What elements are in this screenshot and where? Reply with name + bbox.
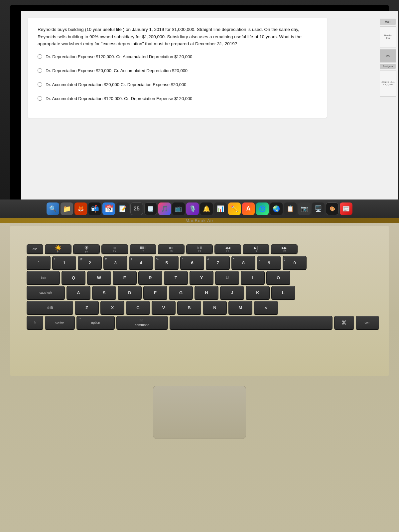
- key-command-left[interactable]: ⌘ command: [116, 316, 168, 329]
- key-o[interactable]: O: [266, 271, 290, 284]
- dock-icon-8[interactable]: 🗒️: [144, 202, 157, 215]
- key-y[interactable]: Y: [190, 271, 213, 284]
- qwerty-key-row: tab Q W E R T Y U I O: [27, 271, 379, 284]
- key-f8[interactable]: ▶‖ F8: [243, 244, 269, 254]
- option-row-4[interactable]: Dr. Accumulated Depreciation $120,000. C…: [38, 95, 317, 102]
- key-j[interactable]: J: [220, 286, 244, 299]
- key-f9[interactable]: ▶▶ F9: [271, 244, 298, 254]
- key-3[interactable]: # 3: [103, 256, 127, 269]
- dock-icon-4[interactable]: 📬: [88, 202, 101, 215]
- key-g[interactable]: G: [169, 286, 193, 299]
- dock-icon-bell[interactable]: 🔔: [200, 202, 213, 215]
- key-7[interactable]: & 7: [206, 256, 230, 269]
- key-5[interactable]: % 5: [155, 256, 179, 269]
- dock-icon-color[interactable]: 🎨: [326, 202, 338, 215]
- dock-icon-news[interactable]: 📰: [340, 202, 352, 215]
- key-e[interactable]: E: [113, 271, 137, 284]
- key-f2[interactable]: ☀ F2: [73, 244, 100, 254]
- key-l[interactable]: L: [271, 286, 295, 299]
- key-n[interactable]: N: [203, 301, 227, 314]
- key-c[interactable]: C: [126, 301, 150, 314]
- key-fn[interactable]: fn: [27, 316, 43, 329]
- option-text-1: Dr. Depreciation Expense $120,000. Cr. A…: [46, 54, 193, 60]
- key-esc[interactable]: esc: [27, 244, 43, 254]
- key-com[interactable]: com: [356, 316, 379, 329]
- dock-icon-monitor[interactable]: 🖥️: [312, 202, 325, 215]
- key-v[interactable]: V: [152, 301, 176, 314]
- key-d[interactable]: D: [118, 286, 142, 299]
- dock-icon-podcast[interactable]: 🎙️: [186, 202, 199, 215]
- key-b[interactable]: B: [177, 301, 201, 314]
- key-tilde[interactable]: ~ `: [27, 256, 51, 269]
- key-m[interactable]: M: [228, 301, 252, 314]
- dock-icon-swirl[interactable]: 🌀: [256, 202, 269, 215]
- dock-icon-cam[interactable]: 📷: [298, 202, 311, 215]
- touchpad[interactable]: [153, 386, 246, 439]
- key-f6[interactable]: ⠷⠿ F6: [186, 244, 213, 254]
- dock-icon-finder[interactable]: 🔍: [47, 202, 59, 215]
- dock-icon-pen[interactable]: ✏️: [228, 202, 241, 215]
- key-control[interactable]: control: [45, 316, 75, 329]
- key-t[interactable]: T: [164, 271, 188, 284]
- dock-icon-tv[interactable]: 📺: [172, 202, 185, 215]
- keyboard-inner: esc ☀️ F1 ☀ F2 ⊞ F3 ⠿⠿⠿ F4 ⠶⠶: [10, 226, 389, 376]
- key-a[interactable]: A: [66, 286, 90, 299]
- dock-icon-3[interactable]: 🦊: [74, 202, 87, 215]
- dock-icon-globe[interactable]: 🌏: [270, 202, 283, 215]
- key-k[interactable]: K: [246, 286, 270, 299]
- key-h[interactable]: H: [195, 286, 218, 299]
- panel-thumbnail-1: Hands-tKa: [380, 26, 396, 48]
- macbook-air-label: MacBook Air: [186, 218, 213, 223]
- key-f4[interactable]: ⠿⠿⠿ F4: [130, 244, 156, 254]
- key-z[interactable]: Z: [75, 301, 99, 314]
- key-4[interactable]: $ 4: [129, 256, 153, 269]
- option-row-1[interactable]: Dr. Depreciation Expense $120,000. Cr. A…: [38, 54, 317, 60]
- key-lessthan[interactable]: <: [254, 301, 278, 314]
- key-s[interactable]: S: [92, 286, 116, 299]
- key-x[interactable]: X: [100, 301, 124, 314]
- option-row-2[interactable]: Dr. Depreciation Expense $20,000. Cr. Ac…: [38, 67, 317, 74]
- dock-icon-5[interactable]: 📅: [102, 202, 115, 215]
- key-2[interactable]: @ 2: [78, 256, 102, 269]
- key-f3[interactable]: ⊞ F3: [101, 244, 128, 254]
- key-r[interactable]: R: [138, 271, 162, 284]
- key-1[interactable]: ! 1: [52, 256, 76, 269]
- screen-bezel: Reynolds buys building (10 year useful l…: [10, 5, 389, 201]
- key-f1[interactable]: ☀️ F1: [45, 244, 71, 254]
- dock-icon-clip[interactable]: 📋: [284, 202, 297, 215]
- dock-icon-6[interactable]: 📝: [116, 202, 129, 215]
- key-f7[interactable]: ◀◀ F7: [214, 244, 241, 254]
- panel-label-1: Han: [380, 19, 396, 25]
- key-u[interactable]: U: [215, 271, 239, 284]
- key-command-right[interactable]: ⌘: [334, 316, 354, 329]
- key-i[interactable]: I: [241, 271, 265, 284]
- radio-3[interactable]: [38, 82, 42, 87]
- dock-icon-2[interactable]: 📁: [61, 202, 73, 215]
- key-9[interactable]: ( 9: [257, 256, 281, 269]
- key-8[interactable]: * 8: [231, 256, 255, 269]
- asdf-key-row: caps lock A S D F G H J K L: [27, 286, 379, 299]
- dock-icon-a[interactable]: A: [242, 202, 255, 215]
- panel-label-assignm: Assignm: [380, 64, 396, 69]
- key-space[interactable]: [170, 316, 332, 329]
- dock-icon-25[interactable]: 25: [130, 202, 143, 215]
- key-tab[interactable]: tab: [27, 271, 60, 284]
- radio-4[interactable]: [38, 96, 42, 101]
- key-shift[interactable]: shift: [27, 301, 73, 314]
- right-panel: Han Hands-tKa 000 Assignm CON 20_-Quizh.…: [378, 17, 397, 98]
- panel-thumbnail-2: 000: [380, 49, 396, 63]
- radio-1[interactable]: [38, 54, 42, 59]
- key-option[interactable]: ⌃ option: [76, 316, 115, 329]
- dock-icon-music[interactable]: 🎵: [158, 202, 171, 215]
- keyboard-rows: esc ☀️ F1 ☀ F2 ⊞ F3 ⠿⠿⠿ F4 ⠶⠶: [27, 244, 379, 331]
- radio-2[interactable]: [38, 68, 42, 73]
- option-row-3[interactable]: Dr. Accumulated Depreciation $20,000 Cr.…: [38, 81, 317, 88]
- key-capslock[interactable]: caps lock: [27, 286, 65, 299]
- key-w[interactable]: W: [87, 271, 111, 284]
- key-q[interactable]: Q: [62, 271, 85, 284]
- key-f5[interactable]: ⠶⠶ F5: [158, 244, 185, 254]
- key-0[interactable]: ) 0: [283, 256, 307, 269]
- key-f[interactable]: F: [143, 286, 167, 299]
- key-6[interactable]: ^ 6: [180, 256, 204, 269]
- dock-icon-chart[interactable]: 📊: [214, 202, 227, 215]
